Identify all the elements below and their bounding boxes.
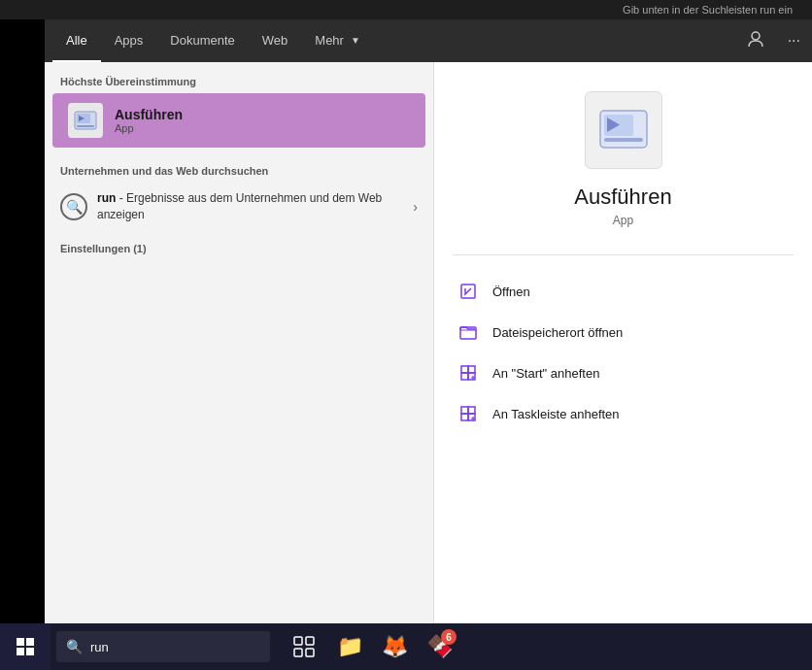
hint-bar: Gib unten in der Suchleisten run ein [0,0,812,19]
folder-icon [457,321,479,343]
action-pin-start[interactable]: An "Start" anheften [457,352,789,393]
tab-mehr[interactable]: Mehr ▼ [301,19,374,62]
svg-rect-11 [461,366,468,373]
open-icon [457,281,479,302]
user-icon[interactable] [743,26,768,55]
file-explorer-icon[interactable]: 📁 [328,625,371,668]
taskbar-search-text: run [90,640,109,654]
chevron-down-icon: ▼ [351,35,360,46]
task-view-button[interactable] [284,626,324,667]
svg-rect-13 [461,373,468,380]
svg-rect-24 [306,637,314,645]
app4-icon[interactable]: 🍫 6 [418,625,460,668]
settings-section: Einstellungen (1) [45,239,433,262]
web-search-item[interactable]: 🔍 run - Ergebnisse aus dem Unternehmen u… [60,183,418,231]
app-type: App [115,122,183,134]
tab-bar: Alle Apps Dokumente Web Mehr ▼ ··· [45,19,812,62]
web-search-text: run - Ergebnisse aus dem Unternehmen und… [97,190,403,223]
pin-taskbar-icon [457,403,479,424]
svg-rect-4 [77,125,94,127]
action-pin-taskbar[interactable]: An Taskleiste anheften [457,393,789,434]
taskbar-pinned: 📁 🦊 🍫 6 [328,625,460,668]
search-circle-icon: 🔍 [60,193,87,220]
tab-apps[interactable]: Apps [101,19,157,62]
app-info: Ausführen App [115,107,183,134]
app-detail-type: App [613,214,633,227]
best-match-label: Höchste Übereinstimmung [45,62,433,93]
svg-rect-23 [294,637,302,645]
hint-text: Gib unten in der Suchleisten run ein [623,4,793,16]
right-panel: Ausführen App Öffnen [433,62,812,641]
app4-badge: 6 [441,629,457,645]
settings-label: Einstellungen (1) [60,243,418,254]
main-content: Höchste Übereinstimmung Ausführen App Un [45,62,812,641]
taskbar-icons [284,626,324,667]
svg-rect-20 [26,638,34,646]
tab-bar-right: ··· [743,26,804,55]
svg-point-0 [752,32,760,40]
svg-rect-25 [294,649,302,656]
best-match-item[interactable]: Ausführen App [52,93,425,148]
app-detail-icon [585,91,662,169]
run-app-icon-small [68,103,103,138]
web-section-label: Unternehmen und das Web durchsuchen [60,155,418,183]
left-panel: Höchste Übereinstimmung Ausführen App Un [45,62,433,641]
svg-rect-19 [17,638,24,646]
svg-rect-14 [468,373,475,380]
app-name: Ausführen [115,107,183,122]
svg-rect-21 [17,648,24,655]
action-open[interactable]: Öffnen [457,271,789,312]
svg-rect-18 [468,414,475,420]
start-button[interactable] [0,623,51,670]
pin-start-icon [457,362,479,384]
svg-rect-22 [26,648,34,655]
svg-rect-15 [461,407,468,414]
action-file-location[interactable]: Dateispeicherort öffnen [457,312,789,352]
app-detail-name: Ausführen [574,184,671,210]
divider [453,254,793,255]
svg-rect-26 [306,649,314,656]
taskbar: 🔍 run 📁 🦊 🍫 6 [0,623,812,670]
svg-rect-12 [468,366,475,373]
tab-dokumente[interactable]: Dokumente [156,19,248,62]
taskbar-search-bar[interactable]: 🔍 run [56,631,270,662]
search-window: Alle Apps Dokumente Web Mehr ▼ ··· Höchs… [45,19,812,641]
chevron-right-icon: › [413,199,418,215]
firefox-icon[interactable]: 🦊 [373,625,416,668]
tab-alle[interactable]: Alle [52,19,101,62]
svg-rect-16 [468,407,475,414]
taskbar-search-icon: 🔍 [66,639,83,654]
more-options-icon[interactable]: ··· [784,28,804,53]
tab-web[interactable]: Web [249,19,302,62]
action-list: Öffnen Dateispeicherort öffnen [434,271,812,434]
svg-rect-8 [604,138,643,142]
web-search-section: Unternehmen und das Web durchsuchen 🔍 ru… [45,148,433,239]
svg-rect-17 [461,414,468,420]
